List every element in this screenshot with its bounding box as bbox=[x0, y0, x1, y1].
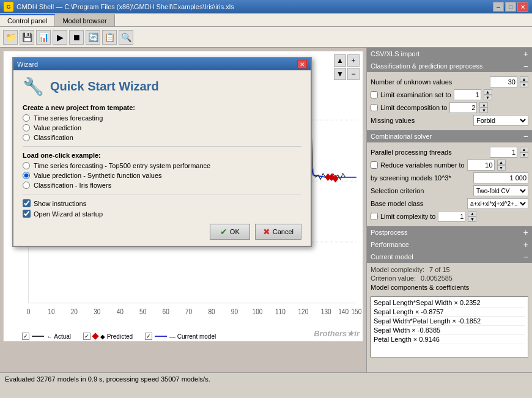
toolbar-btn-6[interactable]: 🔄 bbox=[86, 30, 100, 45]
parallel-input[interactable] bbox=[490, 147, 517, 158]
classification-content: Number of unknown values ▲ ▼ Limit exami… bbox=[367, 72, 532, 130]
radio-timeseries: Time series forecasting bbox=[23, 114, 301, 122]
postprocess-header: Postprocess + bbox=[367, 226, 532, 238]
limit-complex-spin-up[interactable]: ▲ bbox=[468, 211, 476, 216]
title-text: GMDH Shell — C:\Program Files (x86)\GMDH… bbox=[17, 3, 234, 10]
toolbar-btn-8[interactable]: 🔍 bbox=[119, 30, 133, 45]
limit-complex-label: Limit complexity to bbox=[380, 213, 435, 220]
parallel-spin-down[interactable]: ▼ bbox=[520, 152, 528, 158]
radio-example2-input[interactable] bbox=[23, 172, 30, 179]
current-model-title: Current model bbox=[371, 253, 413, 260]
minimize-button[interactable]: – bbox=[493, 2, 504, 12]
postprocess-plus[interactable]: + bbox=[523, 227, 528, 237]
radio-timeseries-input[interactable] bbox=[23, 114, 30, 122]
radio-example1: Time series forecasting - Top500 entry s… bbox=[23, 162, 301, 169]
unknown-spin-down[interactable]: ▼ bbox=[520, 82, 528, 87]
wizard-header: 🔧 Quick Start Wizard bbox=[23, 76, 301, 97]
unknown-values-row: Number of unknown values ▲ ▼ bbox=[371, 76, 528, 87]
csvxls-header: CSV/XLS import + bbox=[367, 48, 532, 60]
limit-decomp-check[interactable] bbox=[371, 104, 378, 111]
current-model-minus[interactable]: − bbox=[523, 252, 528, 262]
unknown-input[interactable] bbox=[490, 76, 517, 87]
menu-control-panel[interactable]: Control panel bbox=[0, 14, 55, 26]
criterion-key: Criterion value: bbox=[371, 275, 416, 282]
wizard-dialog: Wizard ✕ 🔧 Quick Start Wizard Create a n… bbox=[12, 57, 312, 247]
check-show-instructions-input[interactable] bbox=[23, 199, 31, 207]
check-open-wizard: Open Wizard at startup bbox=[23, 210, 301, 218]
reduce-spin-up[interactable]: ▲ bbox=[497, 160, 506, 165]
screening-input[interactable] bbox=[473, 172, 528, 183]
limit-decomp-input[interactable] bbox=[449, 102, 477, 113]
coef-row-1: Sepal Length × -0.8757 bbox=[374, 308, 525, 317]
status-bar: Evaluated 32767 models in 0.9 s, process… bbox=[0, 372, 532, 385]
combinatorial-minus[interactable]: − bbox=[523, 131, 528, 141]
divider2 bbox=[23, 194, 301, 194]
limit-decomp-spin-down[interactable]: ▼ bbox=[479, 108, 488, 113]
radio-classification-input[interactable] bbox=[23, 134, 30, 141]
combinatorial-title: Combinatorial solver bbox=[371, 133, 432, 140]
maximize-button[interactable]: □ bbox=[505, 2, 516, 12]
unknown-label: Number of unknown values bbox=[371, 78, 487, 86]
limit-decomp-spin-up[interactable]: ▲ bbox=[479, 102, 488, 108]
performance-title: Performance bbox=[371, 241, 409, 248]
cancel-icon: ✖ bbox=[263, 227, 270, 237]
selection-select[interactable]: Two-fold CV Three-fold CV bbox=[473, 185, 528, 196]
missing-values-row: Missing values Forbid Ignore bbox=[371, 115, 528, 126]
reduce-spin-down[interactable]: ▼ bbox=[497, 165, 506, 171]
performance-plus[interactable]: + bbox=[523, 240, 528, 249]
right-panel: CSV/XLS import + Classification & predic… bbox=[367, 48, 532, 372]
limit-exam-spin-up[interactable]: ▲ bbox=[484, 89, 492, 95]
main-area: 0.2 0 0 10 20 30 40 50 60 70 80 90 100 1… bbox=[0, 48, 532, 372]
limit-exam-spin-down[interactable]: ▼ bbox=[484, 95, 492, 100]
unknown-spin-up[interactable]: ▲ bbox=[520, 76, 528, 82]
radio-example3: Classification - Iris flowers bbox=[23, 182, 301, 189]
classification-title: Classification & prediction preprocess bbox=[371, 62, 482, 70]
reduce-input[interactable] bbox=[467, 160, 495, 171]
radio-example3-input[interactable] bbox=[23, 182, 30, 189]
performance-header: Performance + bbox=[367, 238, 532, 251]
parallel-row: Parallel processing threads ▲ ▼ bbox=[371, 147, 528, 158]
check-open-wizard-input[interactable] bbox=[23, 210, 31, 218]
toolbar-btn-4[interactable]: ▶ bbox=[53, 30, 67, 45]
toolbar-btn-2[interactable]: 💾 bbox=[20, 30, 34, 45]
dialog-close-button[interactable]: ✕ bbox=[297, 60, 307, 68]
unknown-spin: ▲ ▼ bbox=[520, 76, 528, 87]
radio-valuepred-input[interactable] bbox=[23, 124, 30, 131]
close-button[interactable]: ✕ bbox=[517, 2, 528, 12]
limit-complex-input[interactable] bbox=[438, 211, 465, 222]
ok-button[interactable]: ✔ OK bbox=[210, 224, 250, 240]
parallel-spin-up[interactable]: ▲ bbox=[520, 147, 528, 152]
radio-example1-label: Time series forecasting - Top500 entry s… bbox=[34, 162, 210, 169]
dialog-title-bar: Wizard ✕ bbox=[13, 58, 311, 70]
toolbar-btn-1[interactable]: 📁 bbox=[3, 30, 18, 45]
radio-classification: Classification bbox=[23, 134, 301, 141]
model-complexity-key: Model complexity: bbox=[371, 266, 424, 273]
screening-label: by screening models 10^3* bbox=[371, 174, 471, 182]
basemodel-select[interactable]: a+xi+xi*xj+xi^2+... bbox=[467, 198, 528, 209]
radio-valuepred: Value prediction bbox=[23, 124, 301, 131]
divider bbox=[23, 146, 301, 147]
toolbar-btn-7[interactable]: 📋 bbox=[102, 30, 117, 45]
limit-decomp-row: Limit decomposition to ▲ ▼ bbox=[371, 102, 528, 113]
classification-minus[interactable]: − bbox=[523, 61, 528, 71]
limit-complex-spin-down[interactable]: ▼ bbox=[468, 216, 476, 222]
csvxls-plus[interactable]: + bbox=[523, 49, 528, 59]
classification-header: Classification & prediction preprocess − bbox=[367, 60, 532, 72]
toolbar-btn-5[interactable]: ⏹ bbox=[69, 30, 84, 45]
postprocess-title: Postprocess bbox=[371, 229, 408, 236]
reduce-check[interactable] bbox=[371, 161, 378, 169]
missing-select[interactable]: Forbid Ignore bbox=[473, 115, 528, 126]
menu-model-browser[interactable]: Model browser bbox=[55, 14, 114, 26]
limit-exam-input[interactable] bbox=[454, 89, 481, 100]
limit-complex-check[interactable] bbox=[371, 213, 378, 220]
toolbar-btn-3[interactable]: 📊 bbox=[36, 30, 51, 45]
coefficients-area[interactable]: Sepal Length*Sepal Width × 0.2352 Sepal … bbox=[371, 297, 528, 358]
limit-exam-check[interactable] bbox=[371, 91, 378, 98]
limit-decomp-label: Limit decomposition to bbox=[380, 104, 447, 111]
cancel-button[interactable]: ✖ Cancel bbox=[255, 224, 301, 240]
dialog-overlay: Wizard ✕ 🔧 Quick Start Wizard Create a n… bbox=[0, 48, 366, 372]
basemodel-label: Base model class bbox=[371, 200, 465, 207]
radio-example1-input[interactable] bbox=[23, 162, 30, 169]
dialog-body: 🔧 Quick Start Wizard Create a new projec… bbox=[13, 70, 311, 246]
basemodel-row: Base model class a+xi+xi*xj+xi^2+... bbox=[371, 198, 528, 209]
